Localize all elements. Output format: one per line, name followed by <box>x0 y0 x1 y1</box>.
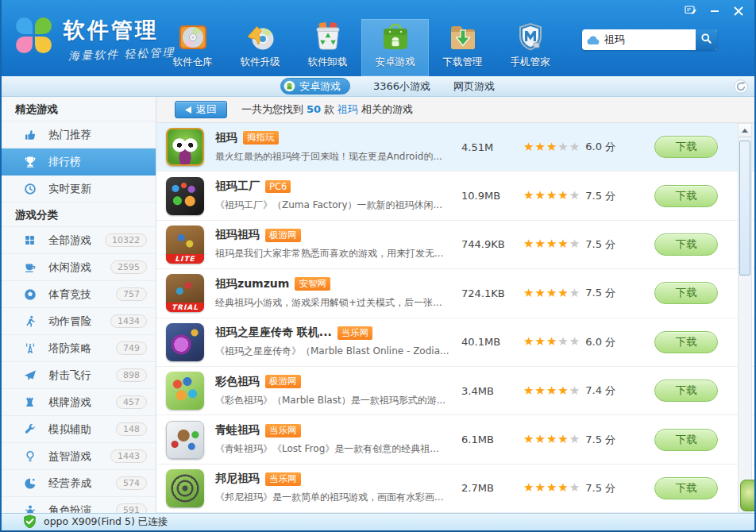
game-name[interactable]: 祖玛工厂 <box>215 179 260 194</box>
game-row[interactable]: 青蛙祖玛当乐网《青蛙祖玛》《Lost Frog》是一款有创意的经典祖...6.1… <box>156 415 754 464</box>
sidebar-item-label: 动作冒险 <box>48 314 91 329</box>
sidebar-item-label: 热门推荐 <box>48 128 91 142</box>
game-name[interactable]: 祖玛 <box>215 131 237 145</box>
magnifier-icon <box>700 33 712 47</box>
star-icon: ★ <box>546 287 557 299</box>
thumb-up-icon <box>23 128 37 141</box>
sidebar-item-clock[interactable]: 实时更新 <box>2 175 156 202</box>
download-button[interactable]: 下载 <box>654 429 718 451</box>
cloud-icon <box>582 29 604 50</box>
game-name[interactable]: 祖玛祖玛 <box>215 228 260 242</box>
sidebar-item-label: 全部游戏 <box>48 233 91 248</box>
game-name[interactable]: 祖玛zumzum <box>215 277 289 291</box>
subnav-tab-0[interactable]: 安卓游戏 <box>280 78 350 94</box>
subnav-tab-2[interactable]: 网页游戏 <box>453 79 495 94</box>
sidebar-item-label: 棋牌游戏 <box>48 395 91 410</box>
toolbar-item-cd-warehouse[interactable]: 软件仓库 <box>159 19 226 76</box>
star-icon: ★ <box>569 385 580 397</box>
window-controls <box>679 2 750 20</box>
star-icon: ★ <box>557 287 568 299</box>
star-icon: ★ <box>523 482 534 494</box>
sidebar-item-coffee-cup[interactable]: 休闲游戏2595 <box>2 254 156 281</box>
game-name[interactable]: 邦尼祖玛 <box>215 472 260 486</box>
scrollbar-thumb[interactable] <box>739 141 750 276</box>
download-button[interactable]: 下载 <box>654 233 718 256</box>
game-description: 《祖玛之星座传奇》（Marble Blast Online - Zodia... <box>215 345 461 358</box>
game-row[interactable]: 祖玛之星座传奇 联机...当乐网《祖玛之星座传奇》（Marble Blast O… <box>156 318 754 367</box>
cd-upgrade-icon <box>245 21 276 53</box>
back-button-label: 返回 <box>196 102 217 117</box>
category-count-badge: 148 <box>116 422 147 436</box>
sidebar-item-light-bulb[interactable]: 益智游戏1443 <box>2 443 156 470</box>
game-size: 744.9KB <box>461 238 523 250</box>
search-input[interactable] <box>604 29 696 50</box>
minimize-button[interactable] <box>703 2 727 20</box>
download-button[interactable]: 下载 <box>654 136 718 158</box>
sidebar-item-grid[interactable]: 全部游戏10322 <box>2 227 156 254</box>
search-keyword: 祖玛 <box>338 103 358 115</box>
sidebar-item-pacman[interactable]: 经营养成574 <box>2 470 156 497</box>
download-button[interactable]: 下载 <box>654 477 718 499</box>
back-button[interactable]: 返回 <box>175 101 227 118</box>
scrollbar-up-button[interactable] <box>739 124 751 137</box>
sports-ball-icon <box>23 287 37 301</box>
toolbar-item-cd-upgrade[interactable]: 软件升级 <box>226 19 294 76</box>
game-row[interactable]: 祖玛拇指玩最火红最热的祖玛终于回来啦！现在更是Android的...4.51M★… <box>156 123 754 172</box>
category-count-badge: 1443 <box>110 449 147 463</box>
game-rating: ★★★★★7.5 分 <box>523 189 642 203</box>
download-button[interactable]: 下载 <box>654 282 718 304</box>
sidebar-item-paper-plane[interactable]: 射击飞行898 <box>2 362 156 389</box>
close-button[interactable] <box>727 2 750 20</box>
coffee-cup-icon <box>23 260 37 274</box>
game-row[interactable]: LITE祖玛祖玛极游网祖玛是我们大家非常熟悉而喜欢的游戏，用来打发无...744… <box>156 221 754 269</box>
sidebar-section-header: 精选游戏 <box>2 97 156 121</box>
sidebar-item-signal-tower[interactable]: 塔防策略749 <box>2 335 156 362</box>
sidebar-item-label: 角色扮演 <box>48 503 91 514</box>
game-name[interactable]: 青蛙祖玛 <box>215 423 260 438</box>
game-row[interactable]: 彩色祖玛极游网《彩色祖玛》（Marble Blast）是一款祖玛形式的游...3… <box>156 367 754 415</box>
sidebar-item-thumb-up[interactable]: 热门推荐 <box>2 121 156 148</box>
toolbar-item-android-games[interactable]: 安卓游戏 <box>361 19 429 76</box>
download-button[interactable]: 下载 <box>654 380 718 402</box>
star-icon: ★ <box>523 190 534 202</box>
status-bar: oppo X909(Find 5) 已连接 <box>2 513 754 530</box>
sidebar-item-chess-rook[interactable]: 棋牌游戏457 <box>2 389 156 416</box>
game-row[interactable]: 邦尼祖玛当乐网《邦尼祖玛》是一款简单的祖玛游戏，画面有水彩画...2.7MB★★… <box>156 465 754 513</box>
star-icon: ★ <box>557 434 568 445</box>
game-name[interactable]: 祖玛之星座传奇 联机... <box>215 326 332 340</box>
sidebar-item-trophy[interactable]: 排行榜 <box>2 148 156 175</box>
game-score: 6.0 分 <box>585 335 615 349</box>
app-window: 软件管理 海量软件 轻松管理 软件仓库软件升级软件卸载安卓游戏下载管理手机管家 … <box>0 0 756 532</box>
star-icon: ★ <box>546 482 557 494</box>
device-status: oppo X909(Find 5) 已连接 <box>44 515 168 529</box>
star-icon: ★ <box>569 434 580 445</box>
sidebar-item-role-person[interactable]: 角色扮演591 <box>2 497 156 513</box>
close-icon <box>734 4 743 19</box>
refresh-button[interactable] <box>734 79 748 94</box>
toolbar-item-trash-uninstall[interactable]: 软件卸载 <box>294 19 361 76</box>
download-button[interactable]: 下载 <box>654 331 718 353</box>
game-row[interactable]: 祖玛工厂PC6《祖玛工厂》（Zuma Factory）一款新的祖玛休闲...10… <box>156 172 754 220</box>
sidebar-item-sports-ball[interactable]: 体育竞技757 <box>2 281 156 308</box>
sidebar-item-wrench[interactable]: 模拟辅助148 <box>2 416 156 443</box>
star-icon: ★ <box>523 336 534 348</box>
download-button[interactable]: 下载 <box>654 185 718 207</box>
game-description: 《邦尼祖玛》是一款简单的祖玛游戏，画面有水彩画... <box>215 491 461 504</box>
game-icon-color-zuma <box>166 372 204 410</box>
feedback-button[interactable] <box>679 2 703 20</box>
subnav-tab-1[interactable]: 3366小游戏 <box>373 79 430 94</box>
game-icon-zum-zum: TRIAL <box>166 274 204 312</box>
game-icon-zuma-factory <box>166 177 204 215</box>
search-button[interactable] <box>696 29 717 50</box>
game-name[interactable]: 彩色祖玛 <box>215 375 260 389</box>
game-row[interactable]: TRIAL祖玛zumzum安智网经典祖玛小游戏，游戏采用解锁+过关模式，后一张.… <box>156 269 754 318</box>
icon-banner: LITE <box>166 254 204 264</box>
sidebar-item-runner[interactable]: 动作冒险1434 <box>2 308 156 335</box>
toolbar-item-phone-guard[interactable]: 手机管家 <box>496 19 564 76</box>
toolbar-item-download-manager[interactable]: 下载管理 <box>429 19 496 76</box>
game-description: 《彩色祖玛》（Marble Blast）是一款祖玛形式的游... <box>215 394 461 407</box>
star-icon: ★ <box>523 238 534 250</box>
scrollbar[interactable] <box>738 123 752 513</box>
category-count-badge: 591 <box>116 503 147 513</box>
star-icon: ★ <box>534 238 545 250</box>
